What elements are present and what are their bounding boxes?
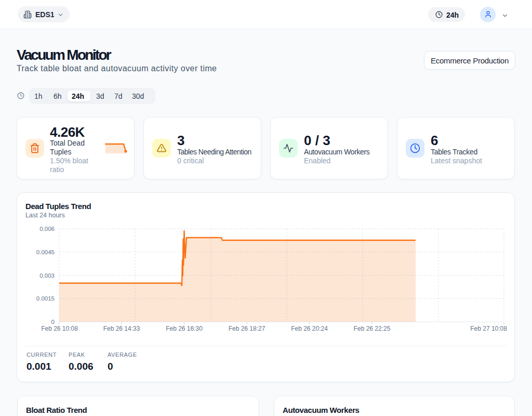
svg-text:Feb 26 14:33: Feb 26 14:33 (103, 325, 140, 332)
svg-text:0.0045: 0.0045 (36, 249, 55, 255)
svg-text:0: 0 (51, 319, 55, 325)
svg-text:0.006: 0.006 (39, 226, 55, 232)
svg-text:Feb 26 20:24: Feb 26 20:24 (291, 325, 328, 332)
svg-text:Feb 27 10:08: Feb 27 10:08 (470, 325, 507, 332)
svg-text:Feb 26 22:25: Feb 26 22:25 (354, 325, 391, 332)
svg-text:Feb 26 18:27: Feb 26 18:27 (229, 325, 265, 332)
svg-text:0.003: 0.003 (39, 272, 55, 279)
svg-text:Feb 26 10:08: Feb 26 10:08 (41, 325, 78, 332)
svg-text:Feb 26 16:30: Feb 26 16:30 (166, 325, 203, 332)
svg-text:0.0015: 0.0015 (36, 295, 55, 302)
